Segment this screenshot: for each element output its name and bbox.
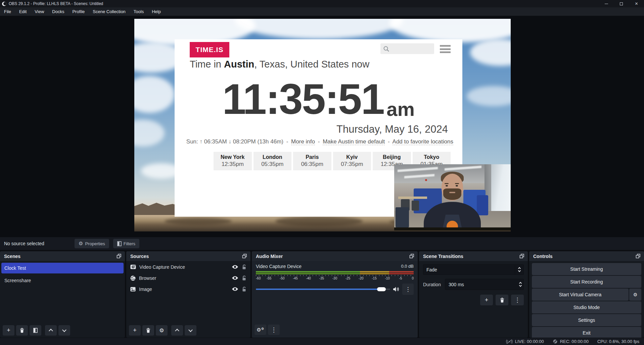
transition-select-arrows[interactable] (515, 265, 523, 274)
source-row-browser[interactable]: Browser (126, 273, 250, 283)
popout-icon[interactable] (242, 254, 247, 259)
audio-mixer-panel: Audio Mixer Video Capture Device 0.0 dB … (252, 251, 418, 338)
minimize-button[interactable] (599, 0, 614, 7)
more-info-link[interactable]: More info (291, 138, 315, 145)
maximize-button[interactable] (614, 0, 629, 7)
menu-help[interactable]: Help (148, 7, 165, 16)
audio-mixer-header[interactable]: Audio Mixer (252, 251, 418, 261)
source-properties-button[interactable]: ⚙ (156, 325, 168, 336)
city-card-kyiv[interactable]: Kyiv 07:35pm (333, 152, 371, 170)
start-streaming-button[interactable]: Start Streaming (532, 263, 641, 275)
scene-item-clock-test[interactable]: Clock Test (1, 263, 124, 273)
menu-edit[interactable]: Edit (15, 7, 31, 16)
scene-filters-button[interactable] (30, 325, 41, 336)
popout-icon[interactable] (519, 254, 524, 259)
cloud (389, 19, 511, 42)
sources-header[interactable]: Sources (126, 251, 250, 261)
program-canvas[interactable]: TIME.IS Time in Austin, Texas, United St… (134, 19, 511, 231)
mixer-footer: ⚙⚙ ⋮ (252, 325, 418, 335)
speaker-icon[interactable] (393, 287, 400, 292)
city-card-newyork[interactable]: New York 12:35pm (214, 152, 252, 170)
visibility-eye-icon[interactable] (232, 287, 238, 291)
menu-profile[interactable]: Profile (68, 7, 89, 16)
scene-transitions-panel: Scene Transitions Fade Duration 300 ms (419, 251, 528, 338)
remove-transition-button[interactable] (496, 295, 508, 305)
filters-button[interactable]: Filters (113, 239, 139, 248)
virtual-camera-settings-button[interactable]: ⚙ (629, 289, 641, 301)
video-capture-overlay[interactable] (394, 164, 511, 230)
search-box[interactable] (380, 43, 434, 54)
obs-window: OBS 29.1.2 - Profile: LLHLS BETA - Scene… (0, 0, 644, 345)
cloud (467, 86, 511, 106)
transition-menu-button[interactable]: ⋮ (511, 295, 524, 305)
maximize-icon (620, 2, 623, 5)
move-scene-down-button[interactable] (58, 325, 70, 336)
scenes-header[interactable]: Scenes (0, 251, 125, 261)
scene-transitions-header[interactable]: Scene Transitions (419, 251, 528, 261)
search-icon (383, 46, 389, 52)
add-source-button[interactable]: + (129, 325, 141, 336)
unlock-icon[interactable] (242, 275, 246, 281)
window-title: OBS 29.1.2 - Profile: LLHLS BETA - Scene… (9, 1, 103, 6)
gear-icon: ⚙ (79, 241, 83, 247)
volume-slider[interactable] (256, 284, 390, 295)
mixer-menu-button[interactable]: ⋮ (268, 325, 280, 335)
city-card-paris[interactable]: Paris 06:35pm (293, 152, 331, 170)
close-button[interactable]: ✕ (629, 0, 644, 7)
settings-button[interactable]: Settings (532, 314, 641, 326)
current-date: Thursday, May 16, 2024 (336, 123, 448, 135)
unlock-icon[interactable] (242, 287, 246, 292)
add-scene-button[interactable]: + (3, 325, 14, 336)
source-row-image[interactable]: Image (126, 284, 250, 294)
add-favorite-link[interactable]: Add to favorite locations (393, 138, 453, 145)
properties-button[interactable]: ⚙ Properties (75, 239, 109, 248)
menu-file[interactable]: File (0, 7, 15, 16)
studio-mode-button[interactable]: Studio Mode (532, 301, 641, 313)
menu-scene-collection[interactable]: Scene Collection (89, 7, 130, 16)
controls-panel: Controls Start Streaming Start Recording… (529, 251, 644, 338)
add-transition-button[interactable]: + (480, 295, 493, 305)
start-recording-button[interactable]: Start Recording (532, 276, 641, 288)
unlock-icon[interactable] (242, 264, 246, 270)
menu-tools[interactable]: Tools (130, 7, 148, 16)
menu-view[interactable]: View (31, 7, 48, 16)
plus-icon: + (485, 297, 489, 304)
timeis-logo[interactable]: TIME.IS (190, 42, 229, 57)
source-row-video-capture[interactable]: Video Capture Device (126, 262, 250, 272)
make-default-link[interactable]: Make Austin time default (323, 138, 385, 145)
move-scene-up-button[interactable] (45, 325, 57, 336)
scene-item-screenshare[interactable]: Screenshare (1, 275, 124, 286)
volume-slider-handle[interactable] (377, 287, 386, 291)
window-buttons: ✕ (599, 0, 644, 7)
image-icon (130, 287, 136, 292)
remove-scene-button[interactable] (16, 325, 28, 336)
trash-icon (20, 328, 24, 333)
hamburger-menu-icon[interactable] (440, 45, 451, 53)
status-bar: LIVE: 00:00:00 REC: 00:00:00 CPU: 0.6%, … (0, 338, 644, 345)
exit-button[interactable]: Exit (532, 327, 641, 338)
dots-vertical-icon: ⋮ (271, 326, 277, 334)
remove-source-button[interactable] (142, 325, 154, 336)
cloud (235, 19, 403, 39)
start-virtual-camera-button[interactable]: Start Virtual Camera (532, 289, 629, 301)
mixer-channel-menu-button[interactable]: ⋮ (402, 284, 414, 295)
chevron-down-icon (62, 328, 66, 332)
popout-icon[interactable] (409, 254, 414, 259)
advanced-audio-button[interactable]: ⚙⚙ (255, 325, 266, 335)
globe-icon (130, 275, 136, 281)
duration-spinner[interactable] (519, 279, 521, 290)
move-source-up-button[interactable] (171, 325, 183, 336)
visibility-eye-icon[interactable] (232, 265, 238, 269)
duration-input[interactable]: 300 ms (445, 279, 524, 290)
popout-icon[interactable] (636, 254, 641, 259)
city-card-london[interactable]: London 05:35pm (254, 152, 292, 170)
controls-header[interactable]: Controls (529, 251, 644, 261)
menu-docks[interactable]: Docks (48, 7, 68, 16)
webcam-table (398, 197, 427, 199)
transition-select[interactable]: Fade (423, 264, 524, 275)
sun-times: Sun: ↑ 06:35AM ↓ 08:20PM (13h 46m) (186, 138, 283, 145)
popout-icon[interactable] (117, 254, 122, 259)
move-source-down-button[interactable] (185, 325, 196, 336)
title-bar: OBS 29.1.2 - Profile: LLHLS BETA - Scene… (0, 0, 644, 7)
visibility-eye-icon[interactable] (232, 276, 238, 280)
